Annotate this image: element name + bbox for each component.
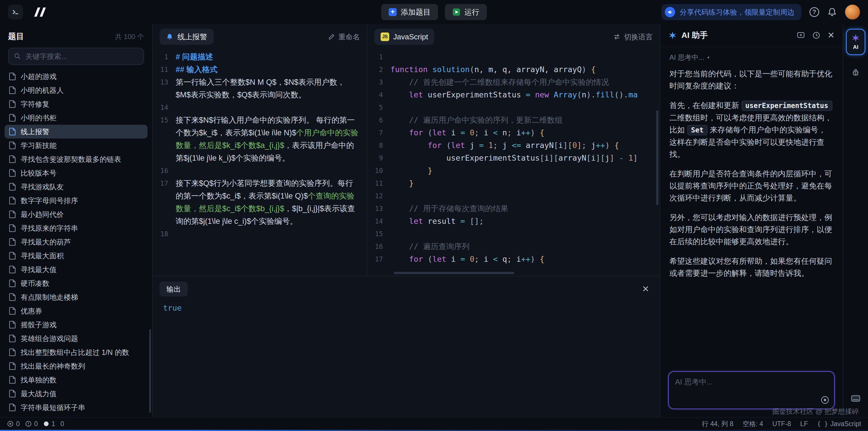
document-icon (9, 265, 16, 274)
text-segment: new (535, 90, 554, 99)
code-line-text (391, 190, 660, 202)
keyboard-panel-icon[interactable] (850, 393, 861, 403)
user-avatar[interactable] (845, 5, 860, 20)
ai-close-icon[interactable]: ✕ (828, 31, 835, 40)
code-line: 13 // 用于存储每次查询的结果 (367, 202, 660, 215)
text-segment: j (591, 141, 596, 150)
code-vertical-scrollbar[interactable] (656, 110, 658, 205)
text-segment: // 遍历用户命中实验的序列，更新二维数组 (409, 116, 563, 124)
document-icon (9, 155, 16, 163)
run-button[interactable]: 运行 (445, 4, 487, 20)
line-number: 16 (153, 164, 176, 177)
problem-line-text (176, 101, 367, 114)
sidebar-item[interactable]: 优惠券 (5, 304, 148, 318)
app-menu-button[interactable] (8, 5, 23, 20)
line-number: 11 (153, 63, 176, 76)
sidebar-item[interactable]: 小明的机器人 (5, 83, 148, 97)
history-icon[interactable] (812, 31, 820, 40)
sidebar-item[interactable]: 寻找包含斐波那契数最多的链表 (5, 152, 148, 166)
code-horizontal-scrollbar[interactable] (394, 272, 515, 274)
sidebar-item[interactable]: 比较版本号 (5, 166, 148, 180)
line-number: 16 (367, 240, 391, 253)
hints-indicator[interactable]: 0 (60, 420, 64, 428)
sidebar-item[interactable]: 寻找最大面积 (5, 249, 148, 263)
errors-indicator[interactable]: 0 (7, 420, 20, 428)
sidebar-item[interactable]: 最小趋同代价 (5, 207, 148, 221)
stop-generating-icon[interactable] (820, 395, 830, 405)
language-tab[interactable]: JS JavaScript (374, 29, 434, 45)
sidebar-item[interactable]: 有点限制地走楼梯 (5, 290, 148, 304)
sidebar-item[interactable]: 摇骰子游戏 (5, 318, 148, 332)
bell-icon[interactable] (827, 7, 837, 17)
eol-setting[interactable]: LF (800, 420, 808, 428)
sidebar-item[interactable]: 找单独的数 (5, 373, 148, 387)
switch-language-button[interactable]: 切换语言 (613, 32, 653, 42)
text-segment: ]; (577, 141, 591, 150)
indent-setting[interactable]: 空格: 4 (743, 420, 763, 428)
cursor-position[interactable]: 行 44, 列 8 (702, 420, 733, 428)
code-line: 16 // 遍历查询序列 (367, 240, 660, 253)
sidebar-item-label: 最大战力值 (21, 389, 57, 399)
inline-code-chip: Set (687, 125, 708, 135)
text-segment: let (432, 128, 451, 137)
rename-button[interactable]: 重命名 (328, 32, 360, 42)
text-segment (391, 128, 409, 137)
line-number: 1 (153, 51, 176, 63)
sidebar-item[interactable]: 字符修复 (5, 97, 148, 111)
code-line: 12 (367, 190, 660, 202)
encoding-setting[interactable]: UTF-8 (772, 420, 791, 428)
document-icon (9, 403, 16, 411)
text-segment: 0 (470, 128, 474, 137)
help-icon[interactable]: ? (809, 7, 819, 17)
sidebar-item[interactable]: 学习新技能 (5, 139, 148, 152)
sidebar-item[interactable]: 字符串最短循环子串 (5, 401, 148, 414)
debug-bug-icon[interactable] (851, 68, 860, 77)
sidebar-item-label: 寻找游戏队友 (21, 182, 64, 192)
language-mode[interactable]: { } JavaScript (817, 420, 861, 428)
problem-count: 共 100 个 (115, 32, 144, 41)
sidebar-item[interactable]: 最大战力值 (5, 387, 148, 401)
text-segment: ( (428, 255, 432, 263)
notifications-indicator[interactable]: 1 (43, 420, 55, 428)
ai-launcher-button[interactable]: AI (846, 29, 865, 55)
errors-count: 0 (16, 420, 20, 428)
ai-status-row[interactable]: AI 思考中... (660, 47, 843, 63)
sidebar-item[interactable]: 寻找最大的葫芦 (5, 235, 148, 249)
code-line: 15 (367, 228, 660, 240)
sidebar-item[interactable]: 线上报警 (5, 125, 148, 139)
add-problem-button[interactable]: + 添加题目 (381, 4, 438, 20)
sidebar-scrollbar[interactable] (149, 329, 151, 412)
sidebar-item[interactable]: 找出整型数组中占比超过 1/N 的数 (5, 345, 148, 359)
sidebar-item-label: 小明的书柜 (21, 113, 57, 123)
output-tab[interactable]: 输出 (160, 282, 188, 296)
sidebar-item[interactable]: 寻找游戏队友 (5, 180, 148, 194)
promo-banner[interactable]: 分享代码练习体验，领限量定制周边 (661, 4, 801, 20)
sidebar-item[interactable]: 小超的游戏 (5, 69, 148, 83)
sidebar-item[interactable]: 找出最长的神奇数列 (5, 359, 148, 373)
document-icon (9, 127, 16, 136)
promo-banner-text: 分享代码练习体验，领限量定制周边 (680, 7, 795, 17)
sidebar-item[interactable]: 硬币凑数 (5, 277, 148, 290)
text-segment: # 问题描述 (176, 53, 213, 61)
text-segment: (). (614, 90, 628, 99)
code-line-text (391, 51, 660, 63)
new-chat-icon[interactable] (797, 31, 805, 40)
document-icon (9, 100, 16, 108)
text-segment: q (502, 255, 507, 263)
sidebar-item[interactable]: 寻找原来的字符串 (5, 221, 148, 235)
search-box[interactable] (8, 48, 144, 65)
search-input[interactable] (25, 52, 138, 61)
text-segment: ][ (563, 141, 572, 150)
text-segment: ] (633, 153, 638, 162)
ai-input[interactable] (669, 372, 834, 409)
warning-circle-icon (25, 420, 32, 427)
sidebar-item[interactable]: 寻找最大值 (5, 263, 148, 277)
output-close-icon[interactable]: ✕ (642, 285, 649, 293)
problem-tab[interactable]: 线上报警 (160, 29, 214, 45)
sidebar-item[interactable]: 小明的书柜 (5, 111, 148, 125)
sidebar-item-label: 寻找最大的葫芦 (21, 237, 71, 247)
sidebar-item[interactable]: 英雄组合游戏问题 (5, 332, 148, 345)
sidebar-item[interactable]: 数字字母间号排序 (5, 194, 148, 207)
warnings-indicator[interactable]: 0 (25, 420, 38, 428)
ai-paragraph: 对于您当前的代码，以下是一些可能有助于优化时间复杂度的建议： (670, 68, 834, 92)
